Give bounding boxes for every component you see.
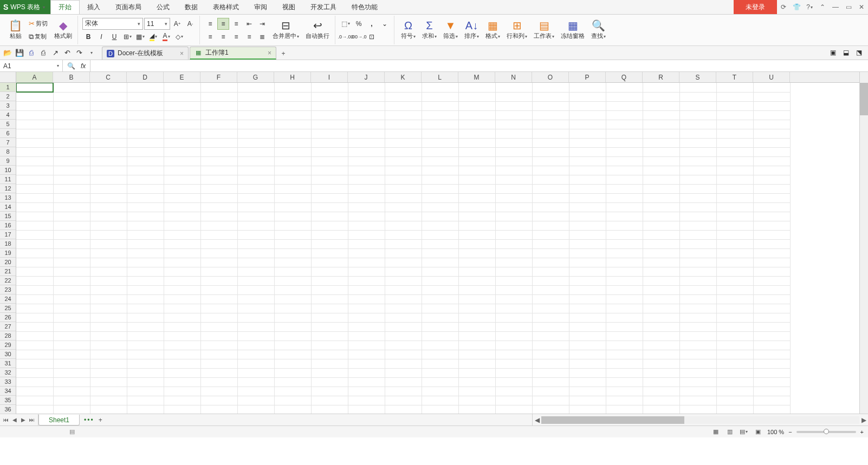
col-header-S[interactable]: S — [679, 72, 716, 82]
bold-button[interactable]: B — [82, 31, 94, 43]
doc-tab-workbook[interactable]: ▦ 工作簿1 × — [190, 47, 276, 60]
row-header-10[interactable]: 10 — [0, 166, 16, 175]
row-header-24[interactable]: 24 — [0, 294, 16, 304]
col-header-U[interactable]: U — [753, 72, 790, 82]
merge-center-button[interactable]: ⊟ 合并居中▾ — [270, 16, 301, 44]
align-left-button[interactable]: ≡ — [204, 31, 216, 43]
align-top-button[interactable]: ≡ — [204, 18, 216, 30]
menu-formula[interactable]: 公式 — [149, 0, 177, 14]
format-button[interactable]: ▦格式▾ — [483, 16, 502, 44]
row-header-28[interactable]: 28 — [0, 331, 16, 340]
col-header-C[interactable]: C — [90, 72, 127, 82]
select-all-corner[interactable] — [0, 72, 16, 83]
filter-button[interactable]: ▼筛选▾ — [441, 16, 460, 44]
add-tab-button[interactable]: + — [277, 48, 289, 60]
more-icon[interactable]: ⬔ — [856, 49, 865, 57]
app-label[interactable]: S WPS 表格 ▾ — [0, 0, 50, 14]
cloud-icon[interactable]: ⬓ — [843, 49, 852, 57]
add-sheet-button[interactable]: + — [99, 416, 102, 424]
view-page-button[interactable]: ▥ — [725, 428, 735, 436]
zoom-value[interactable]: 100 % — [767, 429, 784, 435]
row-header-14[interactable]: 14 — [0, 202, 16, 212]
col-header-D[interactable]: D — [127, 72, 164, 82]
col-header-R[interactable]: R — [643, 72, 679, 82]
vertical-scrollbar[interactable] — [859, 72, 868, 414]
cells-area[interactable] — [16, 83, 859, 414]
fill-color-button[interactable]: ◢▾ — [147, 31, 159, 43]
increase-decimal-button[interactable]: .0→.00 — [340, 31, 352, 43]
row-header-5[interactable]: 5 — [0, 120, 16, 129]
row-header-29[interactable]: 29 — [0, 340, 16, 350]
menu-data[interactable]: 数据 — [177, 0, 205, 14]
font-name-select[interactable]: 宋体▾ — [82, 18, 143, 30]
row-header-32[interactable]: 32 — [0, 368, 16, 377]
row-header-16[interactable]: 16 — [0, 221, 16, 230]
row-header-23[interactable]: 23 — [0, 285, 16, 294]
freeze-button[interactable]: ▦冻结窗格 — [559, 16, 587, 44]
close-icon[interactable]: ✕ — [855, 0, 868, 14]
worksheet-button[interactable]: ▤工作表▾ — [532, 16, 556, 44]
col-header-G[interactable]: G — [237, 72, 274, 82]
menu-start[interactable]: 开始 — [50, 0, 80, 14]
hscroll-right-icon[interactable]: ▶ — [859, 416, 868, 424]
row-header-22[interactable]: 22 — [0, 276, 16, 285]
row-header-27[interactable]: 27 — [0, 322, 16, 331]
border-button[interactable]: ⊞▾ — [121, 31, 133, 43]
align-center-button[interactable]: ≡ — [217, 31, 229, 43]
align-bottom-button[interactable]: ≡ — [230, 18, 242, 30]
row-header-13[interactable]: 13 — [0, 193, 16, 202]
menu-features[interactable]: 特色功能 — [344, 0, 385, 14]
hscroll-left-icon[interactable]: ◀ — [533, 416, 541, 424]
zoom-thumb[interactable] — [824, 429, 829, 434]
type-convert-button[interactable]: ⊡ — [366, 31, 378, 43]
reading-layout-button[interactable]: ▣ — [753, 428, 763, 436]
menu-table-style[interactable]: 表格样式 — [205, 0, 247, 14]
print-button[interactable]: ⎙ — [27, 49, 36, 57]
cut-button[interactable]: ✂剪切 — [27, 18, 50, 30]
minimize-icon[interactable]: — — [829, 0, 842, 14]
col-header-P[interactable]: P — [569, 72, 606, 82]
redo-button[interactable]: ↷ — [75, 49, 83, 57]
help-icon[interactable]: ?▾ — [803, 0, 816, 14]
align-middle-button[interactable]: ≡ — [217, 18, 229, 30]
horizontal-scrollbar[interactable]: ◀ ▶ — [532, 414, 868, 425]
menu-insert[interactable]: 插入 — [80, 0, 108, 14]
row-header-11[interactable]: 11 — [0, 175, 16, 184]
row-header-20[interactable]: 20 — [0, 258, 16, 267]
row-header-17[interactable]: 17 — [0, 230, 16, 239]
print-preview-button[interactable]: ⎙ — [39, 49, 48, 57]
col-header-M[interactable]: M — [458, 72, 495, 82]
align-distribute-button[interactable]: ≣ — [256, 31, 268, 43]
col-header-H[interactable]: H — [274, 72, 311, 82]
tab-close-icon[interactable]: × — [180, 50, 184, 57]
cell-style-button[interactable]: ▦▾ — [134, 31, 146, 43]
row-header-7[interactable]: 7 — [0, 138, 16, 147]
col-header-O[interactable]: O — [532, 72, 569, 82]
sheet-more-icon[interactable]: ••• — [84, 416, 94, 424]
currency-button[interactable]: ⬚▾ — [340, 18, 352, 30]
col-header-E[interactable]: E — [164, 72, 200, 82]
skin-icon[interactable]: 👕 — [790, 0, 803, 14]
col-header-I[interactable]: I — [311, 72, 348, 82]
row-col-button[interactable]: ⊞行和列▾ — [504, 16, 529, 44]
row-header-8[interactable]: 8 — [0, 147, 16, 156]
sort-button[interactable]: A↓排序▾ — [462, 16, 481, 44]
search-icon[interactable]: 🔍 — [67, 62, 75, 70]
zoom-in-button[interactable]: + — [860, 429, 864, 435]
view-break-button[interactable]: ▤▾ — [739, 428, 749, 436]
row-header-35[interactable]: 35 — [0, 396, 16, 405]
sheet-tab-1[interactable]: Sheet1 — [38, 415, 80, 425]
row-header-34[interactable]: 34 — [0, 387, 16, 396]
col-header-B[interactable]: B — [53, 72, 90, 82]
sheet-first-button[interactable]: ⏮ — [2, 417, 10, 423]
vscroll-thumb[interactable] — [860, 83, 868, 115]
col-header-F[interactable]: F — [200, 72, 237, 82]
hscroll-thumb[interactable] — [541, 416, 684, 424]
col-header-L[interactable]: L — [422, 72, 458, 82]
sync-icon[interactable]: ⟳ — [777, 0, 790, 14]
ribbon-collapse-icon[interactable]: ⌃ — [816, 0, 829, 14]
row-header-30[interactable]: 30 — [0, 350, 16, 359]
menu-review[interactable]: 审阅 — [247, 0, 275, 14]
share-icon[interactable]: ▣ — [830, 49, 839, 57]
align-right-button[interactable]: ≡ — [230, 31, 242, 43]
